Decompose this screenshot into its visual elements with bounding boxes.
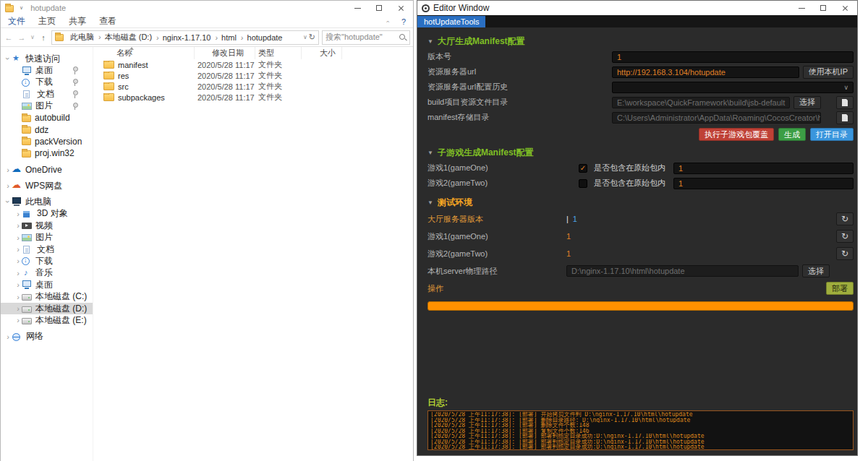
log-output[interactable]: [2020/5/28 上午11:17:38]: [部署] 开始拷贝文件到 D:\… bbox=[427, 410, 854, 450]
editor-titlebar[interactable]: Editor Window bbox=[417, 1, 857, 15]
breadcrumb-html[interactable]: html bbox=[213, 33, 237, 42]
sidebar-item-disk-d[interactable]: 本地磁盘 (D:) bbox=[1, 303, 93, 314]
chevron-right-icon[interactable] bbox=[14, 305, 22, 312]
sidebar-item-downloads[interactable]: 下载 bbox=[1, 255, 93, 267]
breadcrumb-hotupdate[interactable]: hotupdate bbox=[239, 33, 284, 42]
back-icon[interactable]: ← bbox=[4, 33, 14, 42]
sidebar-item-pictures[interactable]: 图片 bbox=[1, 231, 93, 243]
sidebar-item-disk-e[interactable]: 本地磁盘 (E:) bbox=[1, 314, 93, 326]
file-row-subpackages[interactable]: subpackages 2020/5/28 11:17 文件夹 bbox=[96, 92, 413, 103]
column-header-type[interactable]: 类型 bbox=[255, 47, 302, 59]
breadcrumb-disk-d[interactable]: 本地磁盘 (D:) bbox=[97, 32, 153, 43]
use-local-ip-button[interactable]: 使用本机IP bbox=[803, 66, 854, 79]
collapse-ribbon-icon[interactable]: › bbox=[383, 20, 391, 22]
search-icon[interactable] bbox=[399, 33, 407, 41]
refresh-game-two-button[interactable]: ↻ bbox=[836, 247, 854, 260]
up-icon[interactable]: ↑ bbox=[38, 33, 48, 42]
menu-share[interactable]: 共享 bbox=[69, 15, 86, 27]
collapse-triangle-icon[interactable]: ▼ bbox=[427, 199, 433, 206]
menu-view[interactable]: 查看 bbox=[99, 15, 116, 27]
section-hall-manifest[interactable]: ▼ 大厅生成Manifest配置 bbox=[427, 35, 854, 47]
refresh-hall-button[interactable]: ↻ bbox=[836, 212, 854, 225]
forward-icon[interactable]: → bbox=[17, 33, 27, 42]
history-dropdown-icon[interactable]: ∨ bbox=[30, 34, 35, 40]
refresh-game-one-button[interactable]: ↻ bbox=[836, 230, 854, 243]
chevron-down-icon[interactable]: ∨ bbox=[20, 5, 23, 11]
chevron-right-icon[interactable] bbox=[14, 293, 22, 301]
breadcrumb-nginx[interactable]: nginx-1.17.10 bbox=[155, 33, 212, 42]
sidebar-item-videos[interactable]: 视频 bbox=[1, 220, 93, 231]
column-header-name[interactable]: 名称 bbox=[96, 47, 195, 59]
chevron-down-icon[interactable] bbox=[4, 55, 12, 62]
game-one-version-input[interactable]: 1 bbox=[673, 163, 854, 174]
choose-server-path-button[interactable]: 选择 bbox=[802, 264, 830, 277]
address-dropdown-icon[interactable]: ∨ bbox=[303, 34, 307, 40]
sidebar-item-autobuild[interactable]: autobuild bbox=[1, 112, 93, 124]
sidebar-item-qa-documents[interactable]: 文档 bbox=[1, 88, 93, 100]
choose-build-dir-button[interactable]: 选择 bbox=[793, 96, 821, 109]
minimize-button[interactable] bbox=[791, 1, 812, 15]
maximize-button[interactable] bbox=[368, 1, 390, 15]
game-one-version-value[interactable]: 1 bbox=[566, 232, 571, 241]
url-history-select[interactable]: ∨ bbox=[612, 82, 854, 93]
chevron-right-icon[interactable] bbox=[4, 333, 12, 340]
sidebar-item-onedrive[interactable]: OneDrive bbox=[1, 164, 93, 176]
chevron-right-icon[interactable] bbox=[14, 210, 22, 217]
section-test-env[interactable]: ▼ 测试环境 bbox=[427, 197, 854, 208]
sidebar-item-network[interactable]: 网络 bbox=[1, 331, 93, 342]
include-checkbox-game-two[interactable] bbox=[579, 179, 587, 188]
open-build-dir-button[interactable] bbox=[836, 96, 854, 109]
sidebar-item-ddz[interactable]: ddz bbox=[1, 124, 93, 135]
run-subgame-overwrite-button[interactable]: 执行子游戏包覆盖 bbox=[699, 128, 774, 141]
server-path-input[interactable]: D:\nginx-1.17.10\html\hotupdate bbox=[566, 265, 799, 277]
server-url-input[interactable]: http://192.168.3.104/hotupdate bbox=[612, 66, 799, 78]
collapse-triangle-icon[interactable]: ▼ bbox=[427, 150, 433, 156]
chevron-right-icon[interactable] bbox=[14, 316, 22, 324]
open-manifest-dir-button[interactable] bbox=[836, 111, 854, 124]
sidebar-item-quick-access[interactable]: 快速访问 bbox=[1, 53, 93, 64]
chevron-right-icon[interactable] bbox=[14, 234, 22, 241]
column-header-size[interactable]: 大小 bbox=[302, 47, 342, 59]
sidebar-item-3d-objects[interactable]: 3D 对象 bbox=[1, 208, 93, 220]
game-two-version-value[interactable]: 1 bbox=[566, 249, 571, 258]
game-two-version-input[interactable]: 1 bbox=[673, 178, 854, 189]
sidebar-item-qa-desktop[interactable]: 桌面 bbox=[1, 64, 93, 76]
tab-hotupdatetools[interactable]: hotUpdateTools bbox=[417, 16, 485, 27]
generate-button[interactable]: 生成 bbox=[778, 128, 806, 141]
explorer-titlebar[interactable]: ∨ hotupdate bbox=[1, 1, 413, 15]
file-row-manifest[interactable]: manifest 2020/5/28 11:17 文件夹 bbox=[96, 59, 413, 70]
sidebar-item-wps-cloud[interactable]: WPS网盘 bbox=[1, 180, 93, 191]
chevron-down-icon[interactable] bbox=[4, 198, 12, 205]
close-button[interactable] bbox=[390, 1, 412, 15]
file-row-res[interactable]: res 2020/5/28 11:17 文件夹 bbox=[96, 70, 413, 81]
maximize-button[interactable] bbox=[812, 1, 834, 15]
chevron-right-icon[interactable] bbox=[14, 246, 22, 253]
sidebar-item-this-pc[interactable]: 此电脑 bbox=[1, 196, 93, 207]
menu-file[interactable]: 文件 bbox=[8, 15, 25, 27]
sidebar-item-music[interactable]: 音乐 bbox=[1, 267, 93, 279]
address-field[interactable]: 此电脑 本地磁盘 (D:) nginx-1.17.10 html hotupda… bbox=[51, 30, 319, 45]
chevron-right-icon[interactable] bbox=[4, 166, 12, 173]
file-row-src[interactable]: src 2020/5/28 11:17 文件夹 bbox=[96, 81, 413, 92]
chevron-right-icon[interactable] bbox=[14, 281, 22, 288]
chevron-right-icon[interactable] bbox=[14, 257, 22, 264]
sidebar-item-qa-downloads[interactable]: 下载 bbox=[1, 77, 93, 88]
deploy-button[interactable]: 部署 bbox=[826, 282, 854, 295]
manifest-dir-input[interactable]: C:\Users\Administrator\AppData\Roaming\C… bbox=[612, 112, 821, 124]
quick-access-toolbar[interactable]: ∨ bbox=[5, 4, 23, 12]
search-input[interactable]: 搜索"hotupdate" bbox=[322, 30, 410, 45]
menu-home[interactable]: 主页 bbox=[38, 15, 56, 27]
sidebar-item-packversion[interactable]: packVersion bbox=[1, 136, 93, 147]
include-checkbox-game-one[interactable]: ✓ bbox=[579, 164, 587, 173]
close-button[interactable] bbox=[834, 1, 856, 15]
sidebar-item-documents[interactable]: 文档 bbox=[1, 244, 93, 255]
sidebar-item-projwin32[interactable]: proj.win32 bbox=[1, 147, 93, 159]
breadcrumb-this-pc[interactable]: 此电脑 bbox=[69, 32, 95, 43]
sidebar-item-desktop[interactable]: 桌面 bbox=[1, 279, 93, 290]
chevron-right-icon[interactable] bbox=[14, 270, 22, 277]
build-dir-input[interactable]: E:\workspace\QuickFramework\build\jsb-de… bbox=[612, 97, 790, 108]
version-input[interactable]: 1 bbox=[612, 51, 854, 63]
refresh-icon[interactable]: ↻ bbox=[309, 33, 315, 42]
sidebar-item-disk-c[interactable]: 本地磁盘 (C:) bbox=[1, 290, 93, 302]
sidebar-item-qa-pictures[interactable]: 图片 bbox=[1, 100, 93, 112]
